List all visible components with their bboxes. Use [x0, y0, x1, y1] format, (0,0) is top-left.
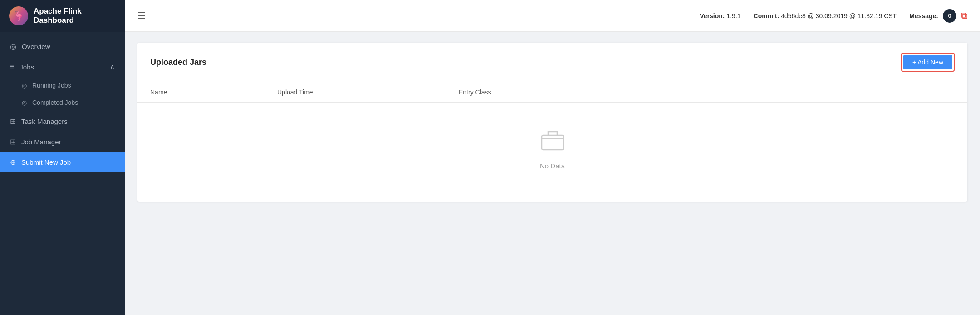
message-label: Message: [909, 12, 938, 20]
sidebar-item-completed-jobs[interactable]: ◎ Completed Jobs [0, 94, 125, 111]
running-jobs-icon: ◎ [22, 82, 27, 89]
task-managers-label: Task Managers [21, 118, 68, 125]
content-area: Uploaded Jars + Add New Name Upload Time… [125, 32, 980, 315]
message-count-badge: 0 [943, 9, 956, 23]
empty-icon [540, 130, 565, 157]
running-jobs-label: Running Jobs [32, 82, 71, 89]
submit-job-label: Submit New Job [21, 158, 71, 166]
version-info: Version: 1.9.1 [700, 12, 740, 20]
jobs-icon: ≡ [10, 63, 14, 71]
col-name: Name [150, 89, 277, 96]
empty-text: No Data [540, 162, 565, 170]
panel-title: Uploaded Jars [150, 58, 206, 67]
topbar-info: Version: 1.9.1 Commit: 4d56de8 @ 30.09.2… [700, 9, 967, 23]
version-label: Version: [700, 12, 725, 20]
overview-icon: ◎ [10, 42, 16, 51]
job-manager-icon: ⊞ [10, 138, 16, 146]
main-area: ☰ Version: 1.9.1 Commit: 4d56de8 @ 30.09… [125, 0, 980, 315]
table-empty-state: No Data [137, 103, 967, 202]
completed-jobs-icon: ◎ [22, 99, 27, 106]
sidebar-header: 🦩 Apache Flink Dashboard [0, 0, 125, 32]
sidebar-item-overview[interactable]: ◎ Overview [0, 36, 125, 57]
sidebar-item-task-managers[interactable]: ⊞ Task Managers [0, 111, 125, 132]
task-managers-icon: ⊞ [10, 117, 16, 126]
message-info: Message: 0 ⧉ [909, 9, 967, 23]
commit-value: 4d56de8 @ 30.09.2019 @ 11:32:19 CST [781, 12, 897, 20]
sidebar: 🦩 Apache Flink Dashboard ◎ Overview ≡ Jo… [0, 0, 125, 315]
notification-icon[interactable]: ⧉ [961, 10, 967, 21]
sidebar-item-job-manager[interactable]: ⊞ Job Manager [0, 132, 125, 152]
commit-info: Commit: 4d56de8 @ 30.09.2019 @ 11:32:19 … [754, 12, 897, 20]
sidebar-item-label: Overview [22, 43, 50, 50]
svg-rect-0 [542, 135, 564, 150]
sidebar-logo: 🦩 [9, 6, 28, 25]
jars-panel-header: Uploaded Jars + Add New [137, 43, 967, 82]
col-upload-time: Upload Time [277, 89, 459, 96]
submit-job-icon: ⊕ [10, 158, 16, 167]
jobs-label: Jobs [20, 63, 34, 71]
sidebar-item-running-jobs[interactable]: ◎ Running Jobs [0, 77, 125, 94]
job-manager-label: Job Manager [21, 138, 61, 146]
jars-panel: Uploaded Jars + Add New Name Upload Time… [137, 43, 967, 202]
topbar: ☰ Version: 1.9.1 Commit: 4d56de8 @ 30.09… [125, 0, 980, 32]
add-new-button[interactable]: + Add New [903, 55, 952, 69]
sidebar-nav: ◎ Overview ≡ Jobs ∧ ◎ Running Jobs ◎ Com… [0, 32, 125, 315]
sidebar-item-jobs[interactable]: ≡ Jobs ∧ [0, 57, 125, 77]
sidebar-title: Apache Flink Dashboard [34, 7, 116, 25]
jobs-chevron-icon: ∧ [110, 63, 115, 71]
col-entry-class: Entry Class [459, 89, 955, 96]
sidebar-item-submit-new-job[interactable]: ⊕ Submit New Job [0, 152, 125, 172]
add-new-button-wrap: + Add New [901, 53, 955, 72]
table-header: Name Upload Time Entry Class [137, 82, 967, 103]
commit-label: Commit: [754, 12, 779, 20]
completed-jobs-label: Completed Jobs [32, 99, 78, 106]
hamburger-button[interactable]: ☰ [137, 10, 146, 21]
version-value: 1.9.1 [726, 12, 740, 20]
